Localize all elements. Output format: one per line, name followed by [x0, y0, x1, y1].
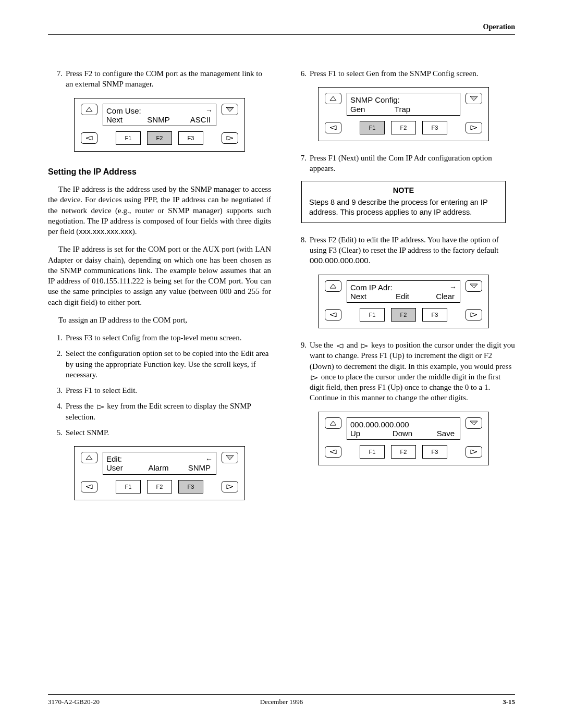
- f2-key[interactable]: F2: [391, 308, 416, 322]
- right-triangle-icon: [97, 404, 104, 410]
- f2-key[interactable]: F2: [391, 121, 416, 134]
- right-triangle-icon: [311, 375, 318, 380]
- lcd-screen: Edit:← UserAlarmSNMP: [103, 452, 216, 475]
- right-column: 6.Press F1 to select Gen from the SNMP C…: [292, 68, 515, 512]
- down-key[interactable]: [222, 104, 238, 115]
- svg-marker-20: [330, 313, 336, 317]
- step-5: 5.Select SNMP.: [48, 427, 271, 438]
- f1-key[interactable]: F1: [360, 445, 385, 459]
- paragraph: The IP address is set for the COM port o…: [48, 244, 271, 307]
- svg-marker-7: [86, 455, 92, 460]
- f3-key[interactable]: F3: [422, 121, 447, 134]
- svg-marker-22: [337, 344, 343, 348]
- svg-marker-1: [226, 107, 234, 112]
- step-7-right: 7.Press F1 (Next) until the Com IP Adr c…: [292, 153, 515, 174]
- f2-key[interactable]: F2: [391, 445, 416, 459]
- step-7-left: 7. Press F2 to configure the COM port as…: [48, 68, 271, 90]
- svg-marker-15: [330, 126, 336, 130]
- panel-edit: Edit:← UserAlarmSNMP F1 F2 F3: [74, 446, 245, 500]
- section-heading: Setting the IP Address: [48, 167, 271, 177]
- f3-key[interactable]: F3: [422, 308, 447, 322]
- paragraph: To assign an IP address to the COM port,: [48, 315, 271, 325]
- left-key[interactable]: [81, 132, 97, 144]
- step-6: 6.Press F1 to select Gen from the SNMP C…: [292, 68, 515, 79]
- header-rule: [48, 34, 515, 35]
- paragraph: The IP address is the address used by th…: [48, 184, 271, 237]
- right-key[interactable]: [466, 446, 482, 458]
- down-key[interactable]: [466, 93, 482, 104]
- lcd-screen: Com IP Adr:→ NextEditClear: [347, 280, 460, 303]
- f3-key[interactable]: F3: [178, 480, 203, 493]
- svg-marker-4: [86, 136, 92, 140]
- panel-snmp-config: SNMP Config: GenTrap F1 F2 F3: [318, 87, 489, 141]
- f1-key[interactable]: F1: [360, 308, 385, 322]
- panel-com-use: Com Use:→ NextSNMPASCII F1 F2 F3: [74, 98, 245, 152]
- down-key[interactable]: [466, 417, 482, 429]
- f1-key[interactable]: F1: [360, 121, 385, 134]
- f1-key[interactable]: F1: [116, 131, 141, 145]
- up-key[interactable]: [81, 452, 97, 463]
- svg-marker-26: [470, 421, 478, 425]
- f1-key[interactable]: F1: [116, 480, 141, 493]
- panel-ip-edit: 000.000.000.000 UpDownSave F1 F2 F3: [318, 412, 489, 466]
- right-key[interactable]: [222, 132, 238, 144]
- right-key[interactable]: [222, 481, 238, 492]
- f3-key[interactable]: F3: [178, 131, 203, 145]
- page-header: Operation: [48, 23, 515, 31]
- svg-marker-21: [471, 313, 477, 317]
- svg-marker-18: [470, 284, 478, 288]
- step-2: 2.Select the configuration option set to…: [48, 348, 271, 380]
- lcd-screen: 000.000.000.000 UpDownSave: [347, 417, 460, 440]
- svg-marker-11: [227, 485, 233, 489]
- svg-marker-23: [361, 344, 368, 348]
- page-footer: 3170-A2-GB20-20 December 1996 3-15: [48, 694, 515, 706]
- left-key[interactable]: [81, 481, 97, 492]
- svg-marker-8: [226, 455, 234, 460]
- right-key[interactable]: [466, 122, 482, 133]
- svg-marker-25: [330, 421, 336, 425]
- left-key[interactable]: [325, 446, 341, 458]
- svg-marker-29: [471, 450, 477, 454]
- step-4: 4.Press the key from the Edit screen to …: [48, 401, 271, 422]
- right-key[interactable]: [466, 309, 482, 320]
- lcd-screen: SNMP Config: GenTrap: [347, 93, 460, 116]
- svg-marker-24: [311, 376, 317, 380]
- panel-com-ip: Com IP Adr:→ NextEditClear F1 F2 F3: [318, 275, 489, 329]
- step-1: 1.Press F3 to select Cnfig from the top-…: [48, 332, 271, 343]
- svg-marker-5: [227, 136, 233, 140]
- footer-center: December 1996: [48, 698, 515, 706]
- left-key[interactable]: [325, 122, 341, 133]
- step-8: 8.Press F2 (Edit) to edit the IP address…: [292, 235, 515, 266]
- svg-marker-6: [97, 405, 104, 409]
- down-key[interactable]: [466, 280, 482, 292]
- step-9: 9.Use the and keys to position the curso…: [292, 340, 515, 403]
- f2-key[interactable]: F2: [147, 480, 172, 493]
- svg-marker-12: [330, 96, 336, 101]
- up-key[interactable]: [325, 417, 341, 429]
- left-column: 7. Press F2 to configure the COM port as…: [48, 68, 271, 512]
- svg-marker-13: [470, 96, 478, 101]
- note-box: NOTE Steps 8 and 9 describe the process …: [301, 181, 506, 223]
- up-key[interactable]: [81, 104, 97, 115]
- left-key[interactable]: [325, 309, 341, 320]
- step-3: 3.Press F1 to select Edit.: [48, 385, 271, 396]
- svg-marker-28: [330, 450, 336, 454]
- f3-key[interactable]: F3: [422, 445, 447, 459]
- down-key[interactable]: [222, 452, 238, 463]
- svg-marker-16: [471, 126, 477, 130]
- right-triangle-icon: [361, 343, 368, 349]
- right-arrow-icon: →: [449, 283, 457, 291]
- svg-marker-10: [86, 485, 92, 489]
- lcd-screen: Com Use:→ NextSNMPASCII: [103, 104, 216, 127]
- left-arrow-icon: ←: [205, 455, 213, 463]
- up-key[interactable]: [325, 280, 341, 292]
- right-arrow-icon: →: [205, 106, 213, 115]
- svg-marker-17: [330, 284, 336, 288]
- left-triangle-icon: [336, 343, 344, 349]
- svg-marker-0: [86, 107, 92, 112]
- f2-key[interactable]: F2: [147, 131, 172, 145]
- up-key[interactable]: [325, 93, 341, 104]
